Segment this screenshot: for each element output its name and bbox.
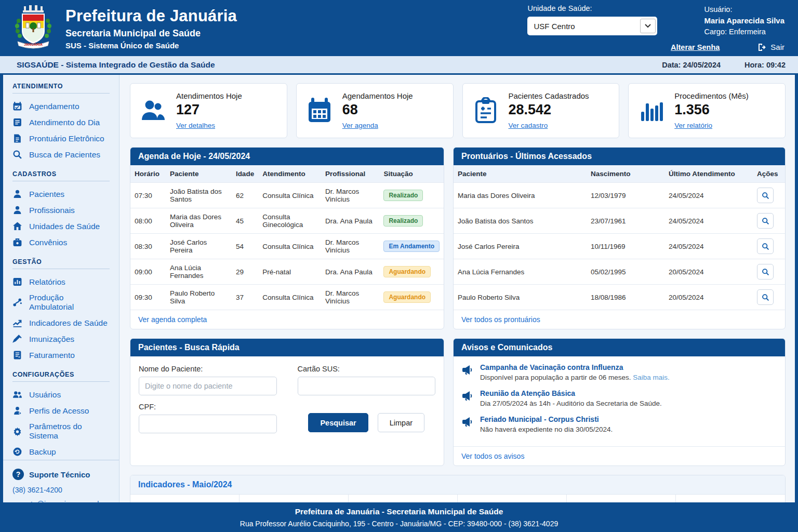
stat-cards-row: Atendimentos Hoje 127 Ver detalhes Agend… <box>130 83 786 138</box>
aviso-title[interactable]: Reunião da Atenção Básica <box>480 389 662 397</box>
stat-label: Procedimentos (Mês) <box>674 91 749 100</box>
view-record-button[interactable] <box>757 188 774 203</box>
user-role: Cargo: Enfermeira <box>704 26 784 37</box>
sidebar-item-faturamento[interactable]: Faturamento <box>3 347 119 363</box>
agenda-row: 08:30José Carlos Pereira54Consulta Clíni… <box>130 234 444 259</box>
users-group-icon <box>140 97 167 124</box>
health-unit-label: Unidade de Saúde: <box>527 4 657 12</box>
clipboard-list-icon <box>12 117 22 127</box>
stat-card-procedimentos: Procedimentos (Mês) 1.356 Ver relatório <box>628 83 786 138</box>
view-record-button[interactable] <box>757 289 774 305</box>
sidebar-item-parametros-sistema[interactable]: Parâmetros do Sistema <box>3 419 119 444</box>
stat-value: 28.542 <box>509 102 589 118</box>
sidebar-item-usuarios[interactable]: Usuários <box>3 387 119 403</box>
person-icon <box>12 205 22 215</box>
person-badge-icon <box>12 406 22 416</box>
aviso-item: Reunião da Atenção Básica Dia 27/05/2024… <box>462 389 777 407</box>
indicator-consultas-odontologicas: Consultas Odontológicas 326 Meta: 40081,… <box>240 495 349 502</box>
footer-line1: Prefeitura de Januária - Secretaria Muni… <box>0 507 798 516</box>
stat-label: Pacientes Cadastrados <box>509 91 589 100</box>
aviso-title[interactable]: Campanha de Vacinação contra Influenza <box>480 363 670 371</box>
page-subtitle: Secretaria Municipal de Saúde <box>65 28 237 39</box>
sidebar-item-prontuario-eletronico[interactable]: Prontuário Eletrônico <box>3 130 119 147</box>
view-record-button[interactable] <box>757 238 774 254</box>
view-record-button[interactable] <box>757 213 774 229</box>
logout-button[interactable]: Sair <box>757 43 784 52</box>
search-icon <box>12 150 22 159</box>
agenda-panel: Agenda de Hoje - 24/05/2024 Horário Paci… <box>130 147 444 329</box>
cpf-input[interactable] <box>139 415 277 433</box>
patient-name-input[interactable] <box>139 377 277 395</box>
system-name: SIGSAÚDE - Sistema Integrado de Gestão d… <box>17 60 215 70</box>
syringe-icon <box>12 334 22 344</box>
avisos-panel-title: Avisos e Comunicados <box>454 339 785 356</box>
sidebar-item-agendamento[interactable]: Agendamento <box>3 98 119 114</box>
agenda-row: 09:00Ana Lúcia Fernandes29Pré-natalDra. … <box>130 259 444 285</box>
sidebar-item-indicadores-saude[interactable]: Indicadores de Saúde <box>3 315 119 331</box>
logout-icon <box>757 43 766 52</box>
sidebar: ATENDIMENTO Agendamento Atendimento do D… <box>0 75 119 502</box>
stat-link[interactable]: Ver relatório <box>674 122 712 129</box>
patient-name-label: Nome do Paciente: <box>139 365 277 373</box>
agenda-see-all-link[interactable]: Ver agenda completa <box>138 315 207 324</box>
stat-card-pacientes: Pacientes Cadastrados 28.542 Ver cadastr… <box>462 83 620 138</box>
health-unit-block: Unidade de Saúde: USF Centro <box>527 4 657 37</box>
footer-line2: Rua Professor Aurélio Caciquinho, 195 - … <box>0 520 798 528</box>
stat-value: 1.356 <box>674 102 749 118</box>
sidebar-item-busca-pacientes[interactable]: Busca de Pacientes <box>3 147 119 163</box>
indicator-diabeticos: Diabéticos Acompanhados 512 Meta: 60085,… <box>676 495 785 502</box>
sidebar-item-imunizacoes[interactable]: Imunizações <box>3 331 119 347</box>
search-icon <box>762 192 769 200</box>
avisos-see-all-link[interactable]: Ver todos os avisos <box>461 452 524 460</box>
stat-label: Agendamentos Hoje <box>342 91 413 100</box>
stat-value: 68 <box>342 102 413 118</box>
stat-link[interactable]: Ver detalhes <box>176 122 215 129</box>
prontuario-row: João Batista dos Santos23/07/196124/05/2… <box>454 208 785 234</box>
sidebar-item-perfis-acesso[interactable]: Perfis de Acesso <box>3 403 119 419</box>
sus-card-input[interactable] <box>298 377 436 395</box>
prontuarios-panel: Prontuários - Últimos Acessados Paciente… <box>453 147 786 329</box>
sidebar-item-atendimento-do-dia[interactable]: Atendimento do Dia <box>3 114 119 130</box>
calendar-icon <box>306 97 333 124</box>
avisos-panel: Avisos e Comunicados Campanha de Vacinaç… <box>453 338 786 466</box>
indicadores-title: Indicadores - Maio/2024 <box>130 475 785 495</box>
busca-panel-title: Pacientes - Busca Rápida <box>130 339 444 356</box>
backup-icon <box>12 447 22 457</box>
calendar-icon <box>12 101 22 111</box>
sidebar-item-relatorios[interactable]: Relatórios <box>3 274 119 290</box>
user-label: Usuário: <box>704 4 784 15</box>
sidebar-item-unidades-saude[interactable]: Unidades de Saúde <box>3 218 119 234</box>
view-record-button[interactable] <box>757 264 774 280</box>
health-unit-select[interactable]: USF Centro <box>527 17 657 35</box>
sidebar-section-atendimento: ATENDIMENTO <box>3 75 119 90</box>
clear-button[interactable]: Limpar <box>378 413 424 432</box>
support-email[interactable]: suporte@januaria.mg.gov.br <box>12 500 110 502</box>
support-block: ? Suporte Técnico (38) 3621-4200 suporte… <box>3 460 119 502</box>
aviso-title[interactable]: Feriado Municipal - Corpus Christi <box>480 415 613 423</box>
svg-text:JANUÁRIA: JANUÁRIA <box>24 42 43 46</box>
city-coat-of-arms-logo: JANUÁRIA <box>12 3 54 53</box>
clipboard-plus-icon <box>472 97 499 124</box>
sidebar-item-pacientes[interactable]: Pacientes <box>3 186 119 202</box>
aviso-item: Campanha de Vacinação contra Influenza D… <box>462 363 777 381</box>
sidebar-item-producao-ambulatorial[interactable]: Produção Ambulatorial <box>3 290 119 315</box>
status-badge: Aguardando <box>383 291 431 303</box>
change-password-link[interactable]: Alterar Senha <box>671 43 720 51</box>
status-badge: Em Andamento <box>383 241 440 252</box>
stat-link[interactable]: Ver agenda <box>342 122 378 129</box>
sidebar-item-convenios[interactable]: Convênios <box>3 234 119 250</box>
stat-link[interactable]: Ver cadastro <box>509 122 548 129</box>
sidebar-item-profissionais[interactable]: Profissionais <box>3 202 119 218</box>
search-icon <box>762 217 769 225</box>
sus-card-label: Cartão SUS: <box>298 365 436 373</box>
agenda-row: 07:30João Batista dos Santos62Consulta C… <box>130 183 444 208</box>
saiba-mais-link[interactable]: Saiba mais. <box>633 374 670 381</box>
prontuarios-see-all-link[interactable]: Ver todos os prontuários <box>461 315 540 324</box>
page-footer: Prefeitura de Januária - Secretaria Muni… <box>0 502 798 532</box>
stat-card-atendimentos: Atendimentos Hoje 127 Ver detalhes <box>130 83 287 138</box>
person-icon <box>12 189 22 199</box>
sidebar-item-backup[interactable]: Backup <box>3 444 119 460</box>
question-icon: ? <box>12 469 24 480</box>
search-button[interactable]: Pesquisar <box>308 413 368 432</box>
agenda-panel-title: Agenda de Hoje - 24/05/2024 <box>130 148 444 165</box>
